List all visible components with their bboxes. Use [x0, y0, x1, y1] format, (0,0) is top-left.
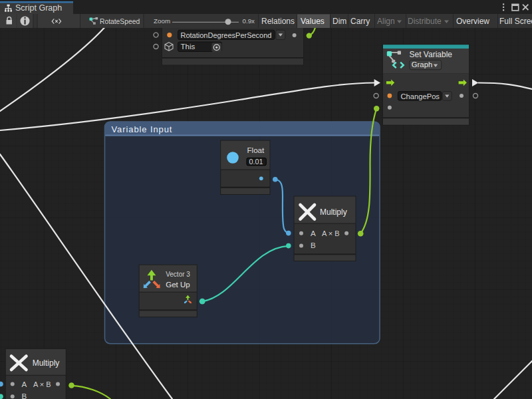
svg-text:Relations: Relations — [261, 17, 295, 26]
svg-text:Values: Values — [301, 17, 325, 26]
svg-text:Zoom: Zoom — [154, 17, 170, 25]
svg-text:RotateSpeed: RotateSpeed — [100, 18, 140, 25]
svg-text:Align: Align — [377, 17, 395, 26]
svg-text:Full Screen: Full Screen — [499, 17, 532, 26]
svg-text:Graph: Graph — [412, 61, 432, 68]
svg-text:Carry: Carry — [350, 17, 370, 26]
svg-text:A: A — [311, 229, 316, 237]
svg-text:Set Variable: Set Variable — [410, 50, 453, 59]
svg-text:A: A — [22, 380, 27, 388]
svg-text:Get Up: Get Up — [166, 281, 190, 289]
svg-text:Script Graph: Script Graph — [15, 3, 62, 13]
svg-text:0.01: 0.01 — [249, 158, 263, 166]
svg-text:ChangePos: ChangePos — [401, 92, 440, 100]
svg-text:B: B — [22, 392, 27, 399]
svg-text:Overview: Overview — [456, 17, 489, 26]
svg-text:A × B: A × B — [33, 380, 51, 388]
svg-text:RotationDegreesPerSecond: RotationDegreesPerSecond — [181, 31, 272, 39]
svg-text:Variable Input: Variable Input — [112, 124, 173, 134]
svg-text:This: This — [181, 42, 196, 51]
svg-text:Distribute: Distribute — [408, 17, 442, 26]
svg-text:Vector 3: Vector 3 — [166, 271, 190, 278]
svg-text:0.9x: 0.9x — [243, 17, 255, 25]
svg-text:Dim: Dim — [332, 17, 346, 26]
svg-text:A × B: A × B — [322, 229, 340, 237]
svg-text:Multiply: Multiply — [320, 207, 347, 217]
svg-text:B: B — [311, 241, 316, 249]
svg-text:Float: Float — [247, 146, 265, 154]
svg-text:Multiply: Multiply — [33, 358, 60, 368]
